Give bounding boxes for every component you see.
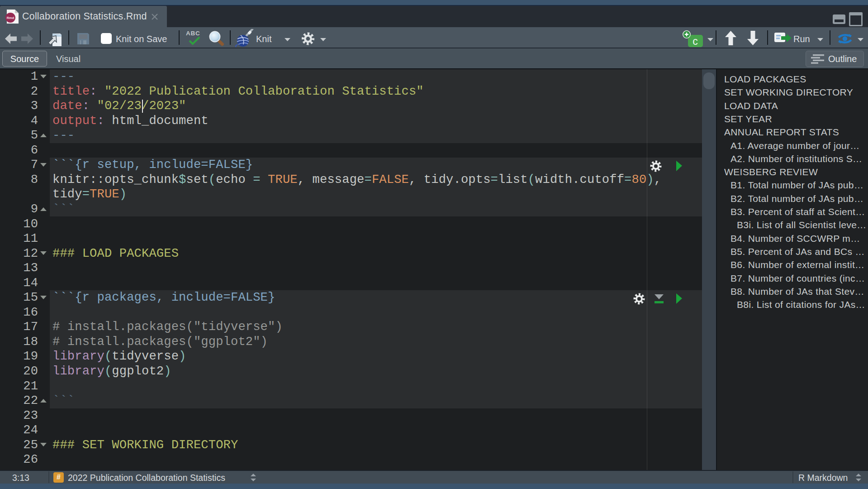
svg-text:c: c [693,35,698,47]
svg-text:Rmd: Rmd [7,16,14,20]
